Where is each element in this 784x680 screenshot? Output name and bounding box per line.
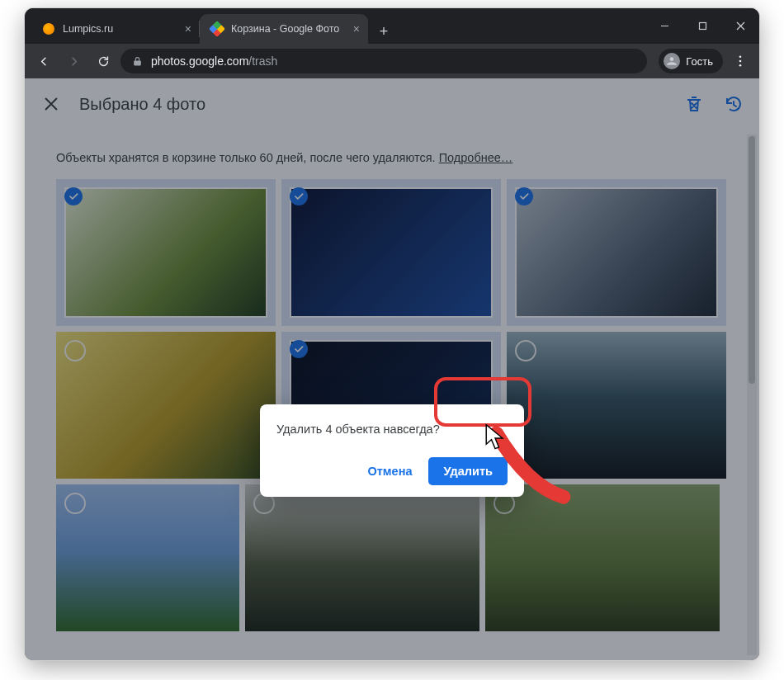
tab-google-photos-trash[interactable]: Корзина - Google Фото × xyxy=(200,14,368,44)
maximize-button[interactable] xyxy=(683,8,721,44)
browser-window: Lumpics.ru × Корзина - Google Фото × + xyxy=(25,8,759,660)
page-content: Выбрано 4 фото Объекты хранятся в корзин… xyxy=(25,78,759,660)
lock-icon xyxy=(132,56,143,67)
profile-chip[interactable]: Гость xyxy=(659,49,723,73)
profile-label: Гость xyxy=(686,55,713,68)
confirm-delete-button[interactable]: Удалить xyxy=(428,457,508,485)
favicon-google-photos xyxy=(211,23,223,35)
tab-label: Корзина - Google Фото xyxy=(231,23,345,35)
reload-button[interactable] xyxy=(91,49,116,73)
close-icon[interactable]: × xyxy=(353,22,360,35)
tab-strip: Lumpics.ru × Корзина - Google Фото × + xyxy=(25,8,759,44)
svg-point-3 xyxy=(739,64,742,67)
modal-overlay[interactable] xyxy=(25,78,759,660)
svg-point-2 xyxy=(739,60,742,63)
svg-rect-0 xyxy=(699,23,706,30)
back-button[interactable] xyxy=(31,49,56,73)
close-icon[interactable]: × xyxy=(185,22,191,35)
forward-button[interactable] xyxy=(61,49,86,73)
window-controls xyxy=(645,8,759,44)
url-host: photos.google.com xyxy=(151,54,248,68)
dialog-message: Удалить 4 объекта навсегда? xyxy=(276,423,508,436)
address-bar[interactable]: photos.google.com/trash xyxy=(120,49,647,73)
url-path: /trash xyxy=(248,54,277,68)
confirm-delete-dialog: Удалить 4 объекта навсегда? Отмена Удали… xyxy=(260,404,524,497)
toolbar: photos.google.com/trash Гость xyxy=(25,44,759,78)
close-window-button[interactable] xyxy=(721,8,759,44)
cancel-button[interactable]: Отмена xyxy=(357,458,422,484)
new-tab-button[interactable]: + xyxy=(371,19,396,44)
tab-lumpics[interactable]: Lumpics.ru × xyxy=(31,14,200,44)
minimize-button[interactable] xyxy=(645,8,683,44)
kebab-menu-button[interactable] xyxy=(728,49,753,73)
svg-point-1 xyxy=(739,55,742,58)
avatar-icon xyxy=(664,53,680,69)
tab-label: Lumpics.ru xyxy=(63,23,177,35)
favicon-lumpics xyxy=(43,23,54,35)
